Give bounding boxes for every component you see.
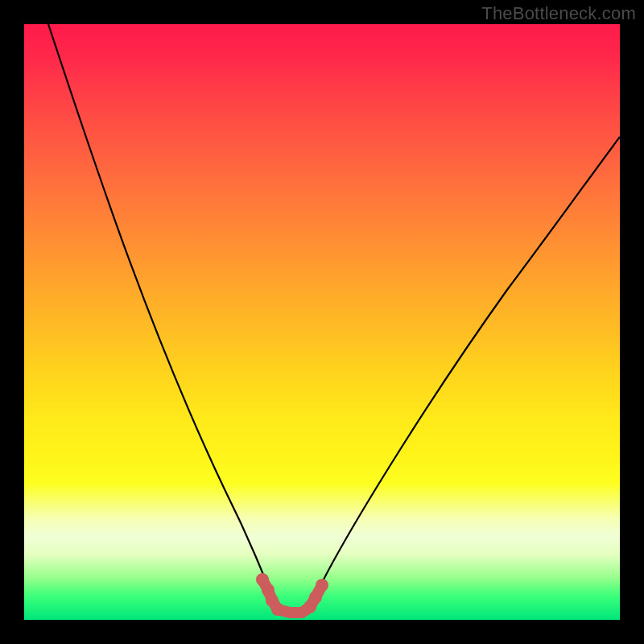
sweet-spot-marker — [309, 591, 322, 604]
bottleneck-curve — [48, 24, 620, 612]
plot-area — [24, 24, 620, 620]
bottleneck-curve-svg — [24, 24, 620, 620]
watermark-text: TheBottleneck.com — [481, 3, 636, 24]
chart-frame: TheBottleneck.com — [0, 0, 644, 644]
sweet-spot-marker — [271, 603, 284, 616]
sweet-spot-marker — [316, 579, 328, 592]
